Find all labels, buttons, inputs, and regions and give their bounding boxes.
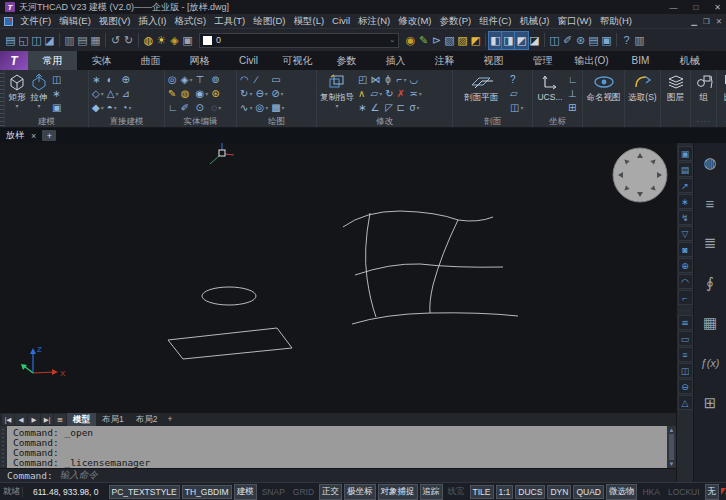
menu-item[interactable]: 绘图(D) <box>249 15 289 28</box>
ribbon-icon[interactable]: ◡▾ <box>408 72 422 86</box>
command-scrollbar[interactable]: ▲ ▼ <box>667 426 676 468</box>
named-view-button[interactable]: 命名视图 <box>587 72 621 104</box>
quick-select-icon[interactable]: ◩ <box>469 32 482 49</box>
status-toggle[interactable]: LOCKUI <box>665 485 703 499</box>
ribbon-icon[interactable]: ▣▾ <box>51 100 62 114</box>
target-icon[interactable]: ⊕ <box>679 259 692 272</box>
extrude-button[interactable]: 拉伸 ▾ <box>29 72 49 109</box>
ribbon-icon[interactable]: ▭▾ <box>270 72 285 86</box>
window-maximize-button[interactable]: □ <box>693 3 698 12</box>
lightning-icon[interactable]: ↯ <box>679 211 692 224</box>
status-toggle[interactable]: SNAP <box>259 485 288 499</box>
status-toggle[interactable]: 对象捕捉 <box>378 484 418 500</box>
ribbon-icon[interactable]: ⊕▾ <box>120 72 132 86</box>
menu-item[interactable]: 修改(M) <box>394 15 435 28</box>
status-toggle[interactable]: 无 <box>705 484 720 500</box>
select-button[interactable]: 选取(S) <box>628 72 656 104</box>
layers-stack-icon[interactable]: ≣ <box>704 235 717 251</box>
org-chart-icon[interactable]: ⊞ <box>704 395 717 411</box>
group-button[interactable]: 组 <box>695 72 713 104</box>
ribbon-icon[interactable]: ⌐▾ <box>396 72 408 86</box>
add-layout-button[interactable]: + <box>164 413 175 426</box>
layout-tab[interactable]: 布局2 <box>130 413 164 426</box>
paint-bucket-icon[interactable]: ◉ <box>404 32 417 49</box>
window-minimize-button[interactable]: — <box>669 3 677 12</box>
ribbon-icon[interactable]: ↻▾ <box>239 86 253 100</box>
open-file-icon[interactable]: ◱ <box>17 32 30 49</box>
window-close-button[interactable]: ✕ <box>714 3 721 12</box>
ribbon-icon[interactable]: ◫▾ <box>51 72 62 86</box>
ribbon-icon[interactable]: ▩▾ <box>270 100 285 114</box>
ribbon-icon[interactable]: ⋈▾ <box>369 72 383 86</box>
command-input-row[interactable]: Command: 输入命令 <box>0 468 676 482</box>
section-plane-button[interactable]: 剖面平面 <box>455 72 507 104</box>
ribbon-icon[interactable]: ▱▾ <box>509 86 524 100</box>
status-toggle[interactable]: 线宽 <box>445 484 468 500</box>
command-panel-grip[interactable] <box>0 426 7 468</box>
properties-panel-icon[interactable]: ◫ <box>548 32 561 49</box>
menu-item[interactable]: 文件(F) <box>16 15 55 28</box>
view-cube-1-icon[interactable]: ◧ <box>489 32 502 49</box>
scrollbar-thumb[interactable] <box>669 434 674 460</box>
effects-icon[interactable]: ∗ <box>679 195 692 208</box>
chart-icon[interactable]: ▤ <box>679 163 692 176</box>
ribbon-icon[interactable]: ◫▾ <box>509 100 524 114</box>
ribbon-icon[interactable]: ◸▾ <box>384 100 394 114</box>
ribbon-icon[interactable]: ◌▾ <box>210 100 222 114</box>
ribbon-icon[interactable]: ⊤▾ <box>195 72 210 86</box>
ribbon-icon[interactable]: ◎▾ <box>254 100 269 114</box>
image-box-icon[interactable]: ◙ <box>679 243 692 256</box>
status-toggle[interactable]: TH_GBDIM <box>182 485 232 499</box>
panel-overflow-dots[interactable]: ···· <box>719 116 726 127</box>
ribbon-icon[interactable]: ?▾ <box>509 72 524 86</box>
curve-icon[interactable]: ◠ <box>679 275 692 288</box>
ribbon-icon[interactable]: ◍▾ <box>180 86 194 100</box>
ribbon-tab[interactable]: 管理 <box>518 51 567 70</box>
ribbon-icon[interactable]: ⊘▾ <box>270 86 285 100</box>
status-toggle[interactable]: TILE <box>470 485 494 499</box>
sun-icon[interactable]: ☀ <box>155 32 168 49</box>
status-toggle[interactable]: DYN <box>547 485 571 499</box>
menu-item[interactable]: 模型(L) <box>289 15 328 28</box>
status-toggle[interactable]: 建模 <box>234 484 257 500</box>
view-cube-3-icon[interactable]: ◩ <box>515 32 528 49</box>
ribbon-tab[interactable]: 可视化 <box>273 51 322 70</box>
ribbon-icon[interactable]: ◔▾ <box>120 100 132 114</box>
lock-icon[interactable]: ◈ <box>168 32 181 49</box>
scroll-up-icon[interactable]: ▲ <box>669 427 675 433</box>
ribbon-icon[interactable]: ◠▾ <box>239 72 253 86</box>
prev-layout-button[interactable]: ◀ <box>15 414 27 425</box>
new-file-icon[interactable]: ▤ <box>4 32 17 49</box>
menu-item[interactable]: 机械(J) <box>515 15 553 28</box>
help-icon[interactable]: ? <box>620 32 633 49</box>
next-layout-button[interactable]: ▶ <box>28 414 40 425</box>
ribbon-icon[interactable]: ⊏▾ <box>396 100 408 114</box>
status-toggle[interactable]: 微选物 <box>606 484 638 500</box>
ribbon-tab[interactable]: Civil <box>224 51 273 70</box>
ribbon-icon[interactable]: ⊥▾ <box>567 86 579 100</box>
ribbon-icon[interactable]: ✎▾ <box>167 86 179 100</box>
ribbon-icon[interactable]: ∧▾ <box>357 86 368 100</box>
layout-list-button[interactable]: ⊞ <box>54 414 66 425</box>
paperclip-icon[interactable]: ∮ <box>706 275 714 291</box>
ribbon-icon[interactable]: σ▾ <box>408 100 422 114</box>
document-tab[interactable]: 放样 × <box>6 129 36 142</box>
status-toggle[interactable]: QUAD <box>573 485 604 499</box>
ribbon-tab[interactable]: 曲面 <box>126 51 175 70</box>
menu-item[interactable]: 工具(T) <box>210 15 249 28</box>
select-group-icon[interactable]: ▧ <box>443 32 456 49</box>
status-toggle[interactable]: 极坐标 <box>344 484 376 500</box>
ucs-button[interactable]: UCS... <box>535 72 565 102</box>
filter-icon[interactable]: ▽ <box>679 227 692 240</box>
ribbon-icon[interactable]: ◰▾ <box>357 72 368 86</box>
hka-flag-icon[interactable] <box>721 487 726 496</box>
layout-tab[interactable]: 模型 <box>67 413 96 426</box>
scroll-down-icon[interactable]: ▼ <box>669 461 675 467</box>
ribbon-icon[interactable]: ∿▾ <box>239 100 253 114</box>
lever-icon[interactable]: ↗ <box>679 179 692 192</box>
select-similar-icon[interactable]: ▨ <box>456 32 469 49</box>
status-toggle[interactable]: 1:1 <box>496 485 514 499</box>
ribbon-tab[interactable]: 插入 <box>371 51 420 70</box>
ribbon-icon[interactable]: △▾ <box>106 86 120 100</box>
layout-tab[interactable]: 布局1 <box>96 413 130 426</box>
